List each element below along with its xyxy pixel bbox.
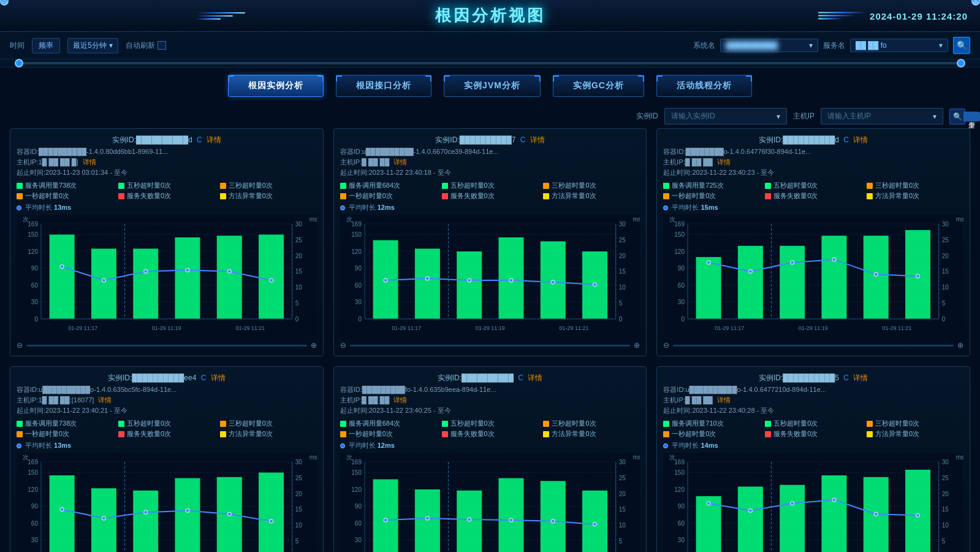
svg-text:150: 150	[28, 469, 38, 476]
svg-rect-62	[415, 248, 440, 319]
time-slider[interactable]: ⊖ ⊕	[0, 59, 980, 67]
detail-link-6[interactable]: 详情	[853, 374, 868, 382]
svg-point-239	[707, 502, 710, 505]
metric-method-exception: 方法异常量0次	[543, 191, 640, 201]
card-slider-right-1[interactable]: ⊕	[311, 341, 317, 350]
metric-service-fail: 服务失败量0次	[118, 429, 215, 439]
page-header: 根因分析视图 2024-01-29 11:24:20	[0, 0, 980, 32]
metric-method-exception: 方法异常量0次	[543, 429, 640, 439]
toolbar-search-button[interactable]: 🔍	[953, 37, 970, 54]
svg-text:30: 30	[295, 459, 303, 466]
auto-refresh-checkbox[interactable]	[158, 41, 166, 50]
card-slider-left-2[interactable]: ⊖	[340, 341, 346, 350]
svg-text:150: 150	[351, 231, 362, 238]
svg-rect-104	[696, 257, 721, 319]
svg-text:10: 10	[295, 284, 303, 291]
freq-button[interactable]: 频率	[32, 38, 60, 53]
instance-id-filter-label: 实例ID	[636, 111, 658, 121]
host-detail-link-6[interactable]: 详情	[717, 396, 731, 404]
system-name-input[interactable]: ██████████ ▾	[720, 39, 818, 52]
host-detail-link-5[interactable]: 详情	[393, 396, 407, 404]
host-ip-filter-input[interactable]: 请输入主机IP ▾	[821, 108, 943, 125]
refresh-icon-6[interactable]: C	[843, 374, 849, 382]
tab-active-thread[interactable]: 活动线程分析	[656, 75, 752, 97]
svg-point-115	[916, 274, 920, 278]
auto-refresh-toggle[interactable]: 自动刷新	[126, 40, 166, 51]
header-deco-right: 2024-01-29 11:24:20	[818, 10, 968, 21]
card-slider-left-1[interactable]: ⊖	[17, 341, 23, 350]
detail-link-3[interactable]: 详情	[853, 136, 868, 144]
svg-point-114	[875, 272, 878, 276]
svg-text:0: 0	[358, 316, 362, 323]
service-name-input[interactable]: ██ ██ fo ▾	[850, 39, 948, 52]
card-host-ip: 主机IP:█ ██ ██ 详情	[340, 396, 640, 405]
slider-handle-left[interactable]	[15, 59, 23, 67]
avg-time-line: 平均时长 12ms	[340, 441, 640, 450]
svg-text:15: 15	[942, 269, 949, 275]
host-detail-link-3[interactable]: 详情	[717, 158, 731, 166]
deco-lines-right	[818, 12, 867, 20]
card-slider-track	[673, 345, 954, 347]
card-slider-3: ⊖ ⊕	[663, 341, 963, 350]
svg-text:01-29 11:21: 01-29 11:21	[235, 325, 265, 331]
toolbar-right: 系统名 ██████████ ▾ 服务名 ██ ██ fo ▾ 🔍	[693, 37, 970, 54]
card-slider-right-2[interactable]: ⊕	[634, 341, 640, 350]
svg-text:01-29 11:19: 01-29 11:19	[152, 325, 181, 331]
refresh-icon-1[interactable]: C	[197, 136, 202, 144]
svg-text:25: 25	[618, 475, 626, 481]
svg-point-242	[832, 498, 836, 502]
detail-link-1[interactable]: 详情	[207, 136, 221, 144]
tab-instance-gc[interactable]: 实例GC分析	[553, 75, 644, 97]
svg-text:01-29 11:19: 01-29 11:19	[476, 325, 505, 331]
svg-text:30: 30	[942, 221, 949, 228]
card-slider-track	[350, 345, 631, 347]
instance-chart-2: 次ms 0 30 60 90 120 150 169 051015202530 …	[340, 215, 640, 337]
detail-link-4[interactable]: 详情	[211, 374, 226, 382]
card-slider-left-3[interactable]: ⊖	[663, 341, 669, 350]
tab-instance-jvm[interactable]: 实例JVM分析	[444, 75, 541, 97]
metric-one-sec: 一秒超时量0次	[340, 191, 437, 201]
svg-text:25: 25	[942, 237, 949, 243]
svg-rect-195	[582, 491, 607, 552]
svg-rect-21	[175, 237, 200, 319]
svg-rect-191	[415, 489, 440, 552]
nav-tabs: 根因实例分析 根因接口分析 实例JVM分析 实例GC分析 活动线程分析	[0, 67, 980, 104]
svg-text:150: 150	[675, 231, 685, 238]
host-detail-link-1[interactable]: 详情	[83, 158, 96, 166]
slider-left-thumb[interactable]: ⊖	[0, 0, 9, 6]
detail-link-2[interactable]: 详情	[530, 136, 545, 144]
svg-rect-23	[259, 234, 284, 318]
instance-id-filter-input[interactable]: 请输入实例ID ▾	[664, 108, 787, 125]
fullscreen-button[interactable]: 全屏	[963, 112, 980, 121]
svg-text:90: 90	[678, 265, 685, 272]
card-slider-1: ⊖ ⊕	[17, 341, 317, 350]
svg-text:15: 15	[295, 269, 303, 275]
svg-rect-234	[738, 486, 763, 552]
svg-point-113	[832, 258, 836, 261]
tab-root-interface[interactable]: 根因接口分析	[336, 75, 431, 97]
svg-rect-147	[50, 475, 75, 552]
slider-right-thumb[interactable]: ⊕	[971, 0, 980, 6]
refresh-icon-3[interactable]: C	[843, 136, 849, 144]
refresh-icon-4[interactable]: C	[201, 374, 207, 382]
svg-text:169: 169	[351, 459, 362, 466]
system-name-value: ██████████	[726, 41, 778, 50]
host-detail-link-4[interactable]: 详情	[98, 396, 112, 404]
svg-text:01-29 11:17: 01-29 11:17	[68, 325, 97, 331]
instance-chart-1: 次ms 0 30 60 90 120 150 169 051015202530 …	[17, 215, 317, 337]
svg-rect-235	[780, 485, 805, 552]
instance-card-4: 实例ID:██████████ee4 C 详情 容器ID:u██████████…	[10, 366, 324, 552]
tab-root-instance[interactable]: 根因实例分析	[228, 75, 324, 97]
refresh-icon-5[interactable]: C	[518, 374, 523, 382]
detail-link-5[interactable]: 详情	[528, 374, 542, 382]
svg-text:ms: ms	[956, 216, 963, 223]
period-select[interactable]: 最近5分钟 ▾	[67, 38, 118, 53]
svg-text:120: 120	[675, 248, 685, 255]
svg-text:90: 90	[31, 503, 39, 510]
host-detail-link-2[interactable]: 详情	[393, 158, 407, 166]
slider-handle-right[interactable]	[957, 59, 965, 67]
refresh-icon-2[interactable]: C	[520, 136, 526, 144]
svg-text:30: 30	[942, 459, 949, 466]
card-slider-right-3[interactable]: ⊕	[957, 341, 963, 350]
svg-rect-190	[373, 479, 398, 552]
